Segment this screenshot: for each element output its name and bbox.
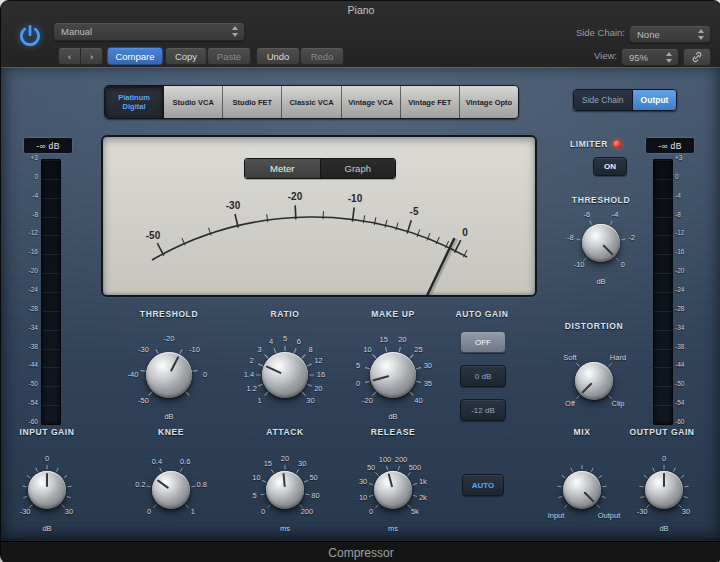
mix-knob[interactable] xyxy=(563,471,601,509)
output-toggle-button[interactable]: Output xyxy=(633,90,677,110)
meter-scale-label: -8 xyxy=(17,212,38,219)
tick-label: 0.8 xyxy=(196,481,206,489)
tick-label: 20 xyxy=(398,336,406,344)
output-gain-knob[interactable] xyxy=(645,471,683,509)
tick-label: dB xyxy=(388,413,397,421)
previous-preset-button[interactable]: ‹ xyxy=(58,47,81,65)
auto-gain-0db-button[interactable]: 0 dB xyxy=(460,365,506,387)
side-chain-dropdown[interactable]: None xyxy=(629,25,711,43)
tick-label: 10 xyxy=(359,494,367,502)
model-studio-vca[interactable]: Studio VCA xyxy=(164,86,223,118)
input-meter xyxy=(41,159,61,425)
link-button[interactable] xyxy=(683,48,711,66)
meter-scale-label: -28 xyxy=(17,306,38,313)
tab-meter[interactable]: Meter xyxy=(245,159,321,178)
tick-label: 0.2 xyxy=(135,481,145,489)
meter-scale-label: 0 xyxy=(17,174,38,181)
threshold-label: THRESHOLD xyxy=(140,309,198,319)
tick-label: 15 xyxy=(264,460,272,468)
tick-label: 0 xyxy=(261,508,265,516)
tick-label: 0 xyxy=(369,508,373,516)
meter-scale-label: -54 xyxy=(675,400,697,407)
auto-release-button[interactable]: AUTO xyxy=(462,474,504,496)
tick-label: 1k xyxy=(419,478,427,486)
plugin-name: Compressor xyxy=(328,546,393,560)
tick-label: 2 xyxy=(250,357,254,365)
meter-scale-label: -50 xyxy=(675,381,697,388)
vu-scale-label: -20 xyxy=(288,191,303,202)
input-gain-knob[interactable] xyxy=(28,471,66,509)
vu-needle-shadow xyxy=(314,240,456,295)
redo-button[interactable]: Redo xyxy=(300,47,344,65)
tick-label: 20 xyxy=(314,385,322,393)
paste-button[interactable]: Paste xyxy=(207,47,251,65)
side-chain-toggle-button[interactable]: Side Chain xyxy=(574,90,633,110)
threshold-knob[interactable] xyxy=(146,352,192,398)
tick-label: dB xyxy=(42,525,51,533)
tick-label: -30 xyxy=(138,346,149,354)
view-zoom-value: 95% xyxy=(622,52,648,63)
auto-gain-minus12db-button[interactable]: -12 dB xyxy=(460,399,506,421)
make-up-knob[interactable] xyxy=(370,352,416,398)
preset-name: Manual xyxy=(54,26,92,37)
model-vintage-fet[interactable]: Vintage FET xyxy=(401,86,460,118)
output-meter xyxy=(653,159,673,425)
meter-scale-label: -16 xyxy=(17,249,38,256)
stepper-icon xyxy=(698,29,705,40)
model-vintage-vca[interactable]: Vintage VCA xyxy=(342,86,401,118)
vu-scale-label: -5 xyxy=(410,206,419,217)
tick-label: -8 xyxy=(567,234,574,242)
knee-knob[interactable] xyxy=(152,471,190,509)
meter-scale-label: -44 xyxy=(675,362,697,369)
tick-label: -20 xyxy=(362,397,373,405)
tick-label: -4 xyxy=(612,212,619,220)
output-gain-readout: -∞ dB xyxy=(645,137,695,154)
threshold-knob-group: -50 -40 -30 -20 -10 0 dB xyxy=(119,325,219,425)
meter-scale-label: -28 xyxy=(675,306,697,313)
display-mode-tabs: Meter Graph xyxy=(244,158,396,179)
meter-scale-label: -50 xyxy=(17,381,38,388)
power-button[interactable] xyxy=(13,17,47,55)
tab-graph[interactable]: Graph xyxy=(321,159,396,178)
ratio-knob[interactable] xyxy=(262,352,308,398)
vu-scale-label: -30 xyxy=(226,200,241,211)
tick-label: ms xyxy=(280,525,290,533)
auto-gain-off-button[interactable]: OFF xyxy=(460,331,506,353)
tick-label: 5k xyxy=(411,508,419,516)
meter-scale-label: -20 xyxy=(17,268,38,275)
model-vintage-opto[interactable]: Vintage Opto xyxy=(460,86,518,118)
release-knob[interactable] xyxy=(374,471,412,509)
attack-knob-group: 0 5 10 15 20 30 50 80 200 ms xyxy=(240,445,330,535)
model-platinum-digital[interactable]: Platinum Digital xyxy=(105,86,164,118)
plugin-window: Piano Manual Side Chain: None ‹ › Compar… xyxy=(0,0,720,562)
compare-button[interactable]: Compare xyxy=(107,47,163,65)
tick-label: -2 xyxy=(628,234,635,242)
tick-label: -30 xyxy=(20,508,31,516)
plugin-header: Piano Manual Side Chain: None ‹ › Compar… xyxy=(1,1,720,68)
attack-knob[interactable] xyxy=(266,471,304,509)
window-title: Piano xyxy=(1,4,720,16)
tick-label: 50 xyxy=(367,464,375,472)
limiter-threshold-knob[interactable] xyxy=(582,224,620,262)
tick-label: 35 xyxy=(424,381,432,389)
limiter-threshold-knob-group: -10 -8 -6 -4 -2 0 dB xyxy=(556,198,646,288)
model-studio-fet[interactable]: Studio FET xyxy=(223,86,282,118)
next-preset-button[interactable]: › xyxy=(80,47,103,65)
circuit-type-selector: Platinum Digital Studio VCA Studio FET C… xyxy=(104,85,519,119)
mix-label: MIX xyxy=(574,427,591,437)
copy-button[interactable]: Copy xyxy=(165,47,207,65)
model-classic-vca[interactable]: Classic VCA xyxy=(282,86,341,118)
distortion-knob[interactable] xyxy=(575,362,613,400)
tick-label: ms xyxy=(388,525,398,533)
view-zoom-dropdown[interactable]: 95% xyxy=(621,48,679,66)
meter-scale-label: -12 xyxy=(675,230,697,237)
limiter-on-button[interactable]: ON xyxy=(593,157,627,176)
input-gain-label: INPUT GAIN xyxy=(19,427,74,437)
tick-label: 0 xyxy=(662,455,666,463)
side-chain-value: None xyxy=(630,29,660,40)
undo-button[interactable]: Undo xyxy=(256,47,300,65)
preset-dropdown[interactable]: Manual xyxy=(53,22,245,41)
view-label: View: xyxy=(594,50,617,61)
knee-label: KNEE xyxy=(158,427,184,437)
tick-label: 16 xyxy=(317,371,325,379)
